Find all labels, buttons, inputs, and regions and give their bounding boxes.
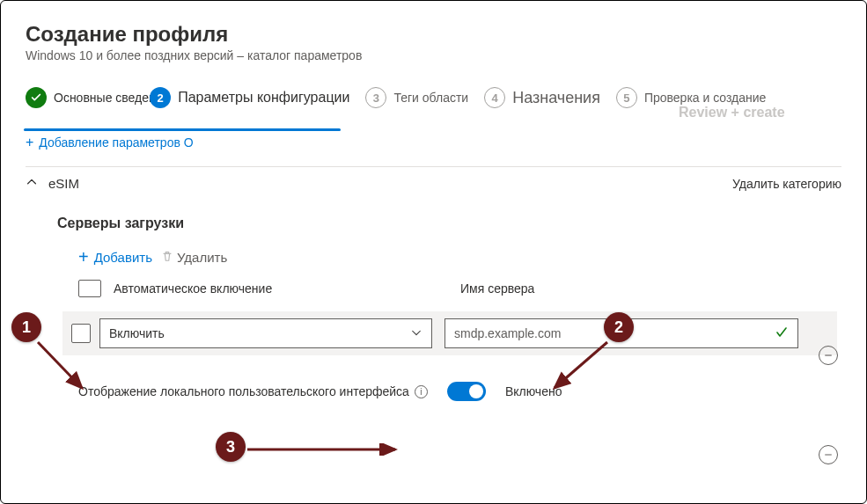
remove-setting-button[interactable] <box>819 445 838 464</box>
plus-icon: + <box>26 135 33 150</box>
delete-row-label: Удалить <box>177 250 227 265</box>
info-icon[interactable]: i <box>415 385 428 398</box>
wizard-step-label: Параметры конфигурации <box>178 90 349 106</box>
trash-icon <box>161 250 173 265</box>
add-row-label: Добавить <box>94 250 152 265</box>
delete-row-button[interactable]: Удалить <box>161 250 227 265</box>
toggle-knob <box>469 384 483 398</box>
step-number-icon: 4 <box>484 87 505 108</box>
svg-line-3 <box>555 342 607 388</box>
wizard-step-basics[interactable]: Основные сведения <box>26 87 169 108</box>
plus-icon: + <box>78 247 89 267</box>
select-all-checkbox[interactable] <box>78 280 101 297</box>
add-settings-label: Добавление параметров О <box>39 135 193 150</box>
column-header-auto-enable: Автоматическое включение <box>114 281 448 296</box>
wizard-step-config[interactable]: 2 Параметры конфигурации <box>150 87 349 108</box>
add-settings-button[interactable]: + Добавление параметров О <box>26 135 841 150</box>
page-title: Создание профиля <box>26 22 841 47</box>
annotation-callout-1: 1 <box>11 312 41 342</box>
remove-setting-button[interactable] <box>819 346 838 365</box>
auto-enable-dropdown[interactable]: Включить <box>99 318 432 348</box>
chevron-up-icon[interactable] <box>26 176 38 191</box>
chevron-down-icon <box>410 326 422 341</box>
dropdown-value: Включить <box>109 326 165 340</box>
annotation-callout-2: 2 <box>604 312 634 342</box>
step-number-icon: 2 <box>150 87 171 108</box>
svg-line-2 <box>38 342 82 388</box>
wizard-step-assignments[interactable]: 4 Назначения <box>484 87 600 108</box>
check-icon <box>26 87 47 108</box>
wizard-step-scope-tags[interactable]: 3 Теги области <box>365 87 468 108</box>
section-heading-download-servers: Серверы загрузки <box>57 215 841 231</box>
checkmark-icon <box>775 325 789 342</box>
local-ui-toggle[interactable] <box>447 382 486 401</box>
local-ui-label: Отображение локального пользовательского… <box>78 384 409 398</box>
step-number-icon: 3 <box>365 87 386 108</box>
step-number-icon: 5 <box>616 87 637 108</box>
category-name: eSIM <box>48 176 79 191</box>
table-header: Автоматическое включение Имя сервера <box>78 280 841 297</box>
faded-background-text: Review + create <box>679 105 785 121</box>
remove-category-button[interactable]: Удалить категорию <box>732 177 841 191</box>
wizard-step-label: Теги области <box>393 91 468 105</box>
wizard-step-label: Проверка и создание <box>644 91 767 105</box>
column-header-server-name: Имя сервера <box>460 281 534 296</box>
annotation-arrow-icon <box>546 339 616 400</box>
table-row: Включить smdp.example.com <box>62 311 837 355</box>
page-subtitle: Windows 10 и более поздних версий – ката… <box>26 48 841 62</box>
wizard-active-underline <box>24 128 341 131</box>
add-row-button[interactable]: + Добавить <box>78 247 152 267</box>
annotation-arrow-icon <box>34 339 96 400</box>
annotation-callout-3: 3 <box>216 432 246 462</box>
annotation-arrow-icon <box>246 443 404 456</box>
wizard-step-label: Назначения <box>512 89 600 107</box>
